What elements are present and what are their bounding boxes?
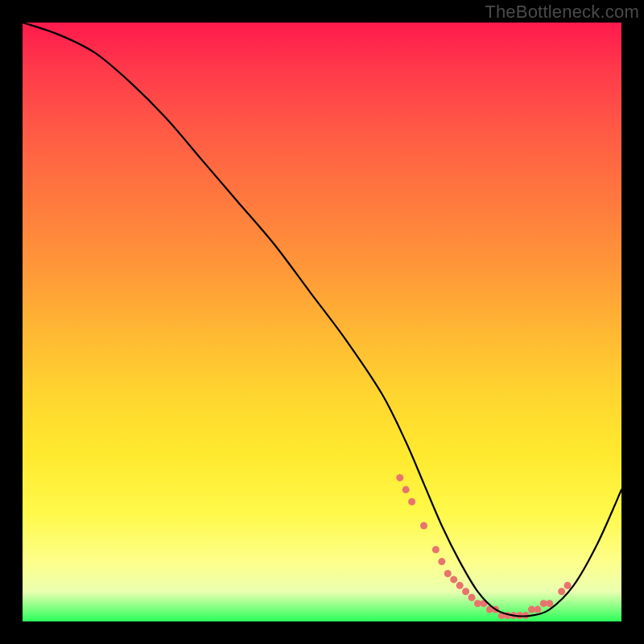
data-marker bbox=[402, 486, 410, 493]
marker-group bbox=[396, 474, 571, 619]
data-marker bbox=[396, 474, 403, 481]
data-marker bbox=[564, 582, 572, 589]
data-marker bbox=[450, 576, 457, 583]
data-marker bbox=[462, 588, 469, 595]
data-marker bbox=[438, 558, 445, 565]
outer-frame: TheBottleneck.com bbox=[0, 0, 644, 644]
chart-svg bbox=[23, 23, 621, 621]
data-marker bbox=[420, 522, 427, 529]
bottleneck-curve bbox=[23, 23, 621, 616]
data-marker bbox=[546, 600, 553, 607]
data-marker bbox=[456, 582, 464, 589]
data-marker bbox=[432, 546, 440, 553]
data-marker bbox=[408, 498, 415, 506]
plot-area bbox=[23, 23, 621, 621]
watermark-text: TheBottleneck.com bbox=[485, 2, 639, 23]
data-marker bbox=[534, 606, 541, 613]
data-marker bbox=[469, 594, 476, 601]
data-marker bbox=[558, 588, 565, 595]
data-marker bbox=[444, 570, 452, 577]
